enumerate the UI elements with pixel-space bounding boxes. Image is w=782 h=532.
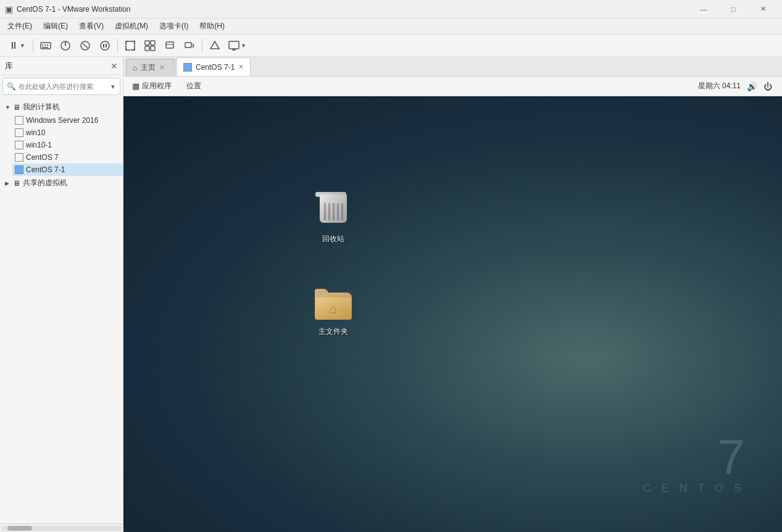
display-button[interactable]: ▼ [226,37,249,54]
menu-file[interactable]: 文件(E) [2,20,37,33]
snap-button[interactable] [206,37,223,54]
pause-icon: ⏸ [9,40,19,51]
tab-home-close[interactable]: ✕ [159,64,165,72]
main-toolbar: ⏸ ▼ ▼ [0,35,782,57]
vm-label-c71: CentOS 7-1 [26,165,65,174]
apps-icon: ▦ [132,81,139,91]
content-area: ⌂ 主页 ✕ CentOS 7-1 ✕ ▦ 应用程序 位置 星期六 04:11 [123,57,782,532]
power-off-button[interactable] [77,37,94,54]
menu-options[interactable]: 选项卡(I) [154,20,193,33]
tree-my-computer[interactable]: ▼ 🖥 我的计算机 [0,100,123,114]
menu-bar: 文件(E) 编辑(E) 查看(V) 虚拟机(M) 选项卡(I) 帮助(H) [0,19,782,35]
bin-line-4 [337,203,339,220]
close-button[interactable]: ✕ [749,0,777,19]
scroll-track [1,526,122,531]
tab-bar: ⌂ 主页 ✕ CentOS 7-1 ✕ [123,57,782,77]
svg-rect-21 [229,41,239,49]
tree-shared-vms[interactable]: ▶ 🖥 共享的虚拟机 [0,176,123,190]
pause-button[interactable]: ⏸ ▼ [5,37,29,54]
recycle-bin-label: 回收站 [322,234,344,244]
tab-vm-label: CentOS 7-1 [196,63,235,72]
svg-rect-11 [106,44,107,48]
suspend-icon [99,40,110,51]
tree-item-centos7-1[interactable]: CentOS 7-1 [12,164,123,176]
tree-item-win10-1[interactable]: win10-1 [12,139,123,151]
vm-screen[interactable]: 回收站 ⌂ 主文件夹 [123,96,782,532]
suspend-button[interactable] [96,37,114,54]
keyboard-icon [40,40,51,51]
menu-help[interactable]: 帮助(H) [194,20,230,33]
home-folder-icon[interactable]: ⌂ 主文件夹 [309,285,358,337]
centos-watermark: 7 C E N T O S [643,433,745,495]
search-bar[interactable]: 🔍 ▼ [2,78,120,95]
svg-rect-12 [126,41,135,50]
svg-line-8 [83,43,88,48]
tab-home[interactable]: ⌂ 主页 ✕ [126,59,175,76]
svg-rect-2 [44,44,46,46]
sidebar-close-button[interactable]: ✕ [110,61,118,71]
vm-label-w10: win10 [26,128,45,137]
tree-expand-arrow: ▼ [5,104,11,110]
bin-line-1 [324,203,326,220]
svg-rect-19 [185,43,191,48]
tree-item-centos7[interactable]: CentOS 7 [12,151,123,164]
svg-rect-15 [145,46,149,51]
vm-icon-c7 [15,153,23,162]
menu-edit[interactable]: 编辑(E) [38,20,73,33]
svg-rect-13 [145,41,149,45]
app-icon: ▣ [5,4,13,14]
tab-vm-close[interactable]: ✕ [238,63,244,71]
search-input[interactable] [19,83,107,90]
places-menu-button[interactable]: 位置 [183,79,205,93]
sidebar-header: 库 ✕ [0,57,123,75]
menu-view[interactable]: 查看(V) [74,20,109,33]
autoresize-button[interactable] [181,37,198,54]
bin-line-3 [333,203,335,220]
desktop-clock: 星期六 04:11 [698,81,741,91]
unity-button[interactable] [141,37,159,54]
maximize-button[interactable]: □ [719,0,747,19]
power-on-button[interactable] [57,37,74,54]
tree-item-win10[interactable]: win10 [12,127,123,139]
recycle-bin-icon[interactable]: 回收站 [309,192,358,244]
snap-icon [209,40,220,51]
svg-rect-16 [151,46,155,51]
vm-label-c7: CentOS 7 [26,153,59,162]
resize-icon [184,40,195,51]
centos-number: 7 [643,433,745,482]
minimize-button[interactable]: — [689,0,718,19]
apps-menu-button[interactable]: ▦ 应用程序 [128,79,175,93]
power-off-icon [80,40,91,51]
display-dropdown-arrow: ▼ [241,43,246,49]
power-icon[interactable]: ⏻ [763,81,772,91]
centos-brand-text: C E N T O S [643,482,745,495]
tree-children: Windows Server 2016 win10 win10-1 CentOS… [0,114,123,176]
search-dropdown-arrow[interactable]: ▼ [110,83,116,90]
tab-centos71[interactable]: CentOS 7-1 ✕ [177,57,251,76]
places-label: 位置 [186,81,201,91]
toolbar-separator-2 [117,39,118,52]
tree-shared-arrow: ▶ [5,180,11,186]
vm-icon-ws [15,116,23,125]
svg-rect-10 [103,44,104,48]
svg-rect-14 [151,41,155,45]
tab-vm-icon [183,63,192,72]
menu-vm[interactable]: 虚拟机(M) [110,20,153,33]
sidebar-scrollbar[interactable] [0,523,123,532]
volume-icon[interactable]: 🔊 [747,81,757,91]
tree-item-windows-server[interactable]: Windows Server 2016 [12,114,123,127]
bin-container [317,194,349,229]
vm-icon-w101 [15,141,23,149]
send-ctrl-alt-del-button[interactable] [37,37,54,54]
window-button[interactable] [161,37,178,54]
bin-line-2 [328,203,330,220]
vm-label-ws: Windows Server 2016 [26,116,98,125]
folder-home-symbol: ⌂ [330,302,337,316]
scroll-thumb [7,526,32,531]
vm-tree: ▼ 🖥 我的计算机 Windows Server 2016 win10 win1… [0,98,123,523]
shared-vms-label: 共享的虚拟机 [23,178,67,188]
shared-icon: 🖥 [13,179,20,188]
pause-dropdown-arrow: ▼ [20,43,25,49]
apps-label: 应用程序 [142,81,172,91]
full-screen-button[interactable] [122,37,139,54]
